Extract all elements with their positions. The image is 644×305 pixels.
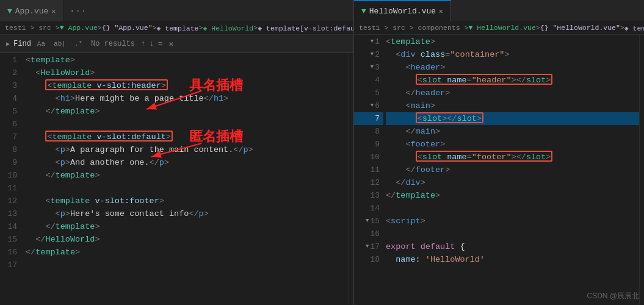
- right-line-13: </template>: [386, 189, 639, 202]
- right-scrollbar[interactable]: [639, 35, 644, 305]
- left-editor-pane: ▶ Find Aa ab| .* No results ↑ ↓ = ✕ 1 2 …: [0, 35, 354, 305]
- code-line-1: <template>: [26, 54, 349, 66]
- code-line-15: </HelloWorld>: [26, 233, 349, 246]
- right-breadcrumb: test1 > src > components > ▼ HelloWorld.…: [354, 21, 644, 34]
- right-line-1: <template>: [386, 35, 639, 48]
- annotation-anon-slot: 匿名插槽: [189, 130, 243, 143]
- watermark: CSDN @辰辰北: [587, 291, 639, 301]
- annotation-named-slot: 具名插槽: [189, 79, 243, 92]
- right-line-12: </div>: [386, 176, 639, 189]
- code-line-17: [26, 259, 349, 271]
- vue-icon-left: ▼: [7, 7, 12, 16]
- code-line-10: </template>: [26, 169, 349, 182]
- right-line-15: <script>: [386, 215, 639, 228]
- code-line-2: <HelloWorld>: [26, 66, 349, 79]
- find-close-btn[interactable]: ✕: [169, 39, 174, 49]
- left-code-area: 1 2 3 4 5 6 7 8 9 10 11 12 13 14 15 16 1: [0, 53, 353, 305]
- right-line-6: <main>: [386, 99, 639, 112]
- right-line-3: <header>: [386, 61, 639, 74]
- code-line-8: <p>A paragraph for the main content.</p>: [26, 143, 349, 156]
- code-line-13: <p>Here's some contact info</p>: [26, 207, 349, 220]
- find-nav-down[interactable]: ↓: [150, 39, 154, 48]
- right-line-9: <footer>: [386, 138, 639, 151]
- left-breadcrumb: test1 > src > ▼ App.vue > {} "App.vue" >…: [0, 21, 354, 34]
- right-code-content: <template> <div class="container"> <head…: [383, 35, 639, 305]
- left-tab-close[interactable]: ✕: [51, 7, 56, 15]
- right-gutter: ▼1 ▼2 ▼3 4 5 ▼6 7 8 9 10: [354, 35, 383, 305]
- code-line-4: <h1>Here might be a page title</h1>: [26, 92, 349, 105]
- right-line-17: export default {: [386, 240, 639, 253]
- code-line-7: <template v-slot:default>: [26, 131, 349, 143]
- find-word-btn[interactable]: ab|: [51, 40, 68, 48]
- code-line-5: </template>: [26, 105, 349, 118]
- right-line-2: <div class="container">: [386, 48, 639, 61]
- right-line-16: [386, 228, 639, 240]
- find-nav-expand[interactable]: =: [158, 39, 163, 48]
- right-line-10: <slot name="footer"></slot>: [386, 151, 639, 163]
- code-line-11: [26, 182, 349, 195]
- right-line-5: </header>: [386, 87, 639, 99]
- left-tab[interactable]: ▼ App.vue ✕: [0, 0, 63, 21]
- left-line-numbers: 1 2 3 4 5 6 7 8 9 10 11 12 13 14 15 16 1: [0, 53, 23, 305]
- code-line-14: </template>: [26, 220, 349, 233]
- right-line-14: [386, 202, 639, 215]
- code-line-9: <p>And another one.</p>: [26, 156, 349, 169]
- code-line-6: [26, 118, 349, 131]
- vue-icon-right: ▼: [361, 7, 366, 16]
- right-tab-close[interactable]: ✕: [439, 7, 443, 15]
- right-tab-label: HelloWorld.vue: [369, 7, 436, 16]
- code-line-16: </template>: [26, 246, 349, 259]
- right-editor-pane: ▼1 ▼2 ▼3 4 5 ▼6 7 8 9 10: [354, 35, 644, 305]
- right-line-4: <slot name="header"></slot>: [386, 74, 639, 87]
- find-aa-btn[interactable]: Aa: [35, 40, 48, 48]
- find-bar: ▶ Find Aa ab| .* No results ↑ ↓ = ✕: [0, 35, 353, 53]
- find-no-results: No results: [91, 40, 135, 48]
- left-code-content: <template> <HelloWorld> <template v-slot…: [23, 53, 349, 305]
- right-line-11: </footer>: [386, 163, 639, 176]
- tab-more[interactable]: ···: [63, 6, 93, 16]
- find-nav-up[interactable]: ↑: [141, 39, 146, 48]
- right-line-18: name: 'HelloWorld': [386, 253, 639, 266]
- find-chevron: ▶: [6, 40, 10, 48]
- code-line-3: <template v-slot:header>: [26, 79, 349, 92]
- right-line-7: <slot></slot>: [386, 112, 639, 125]
- right-tab[interactable]: ▼ HelloWorld.vue ✕: [354, 0, 451, 21]
- find-regex-btn[interactable]: .*: [72, 40, 85, 48]
- right-line-8: </main>: [386, 125, 639, 138]
- left-tab-label: App.vue: [15, 7, 49, 16]
- code-line-12: <template v-slot:footer>: [26, 195, 349, 207]
- right-code-area: ▼1 ▼2 ▼3 4 5 ▼6 7 8 9 10: [354, 35, 644, 305]
- find-label: Find: [13, 40, 31, 48]
- left-scrollbar[interactable]: [349, 53, 353, 305]
